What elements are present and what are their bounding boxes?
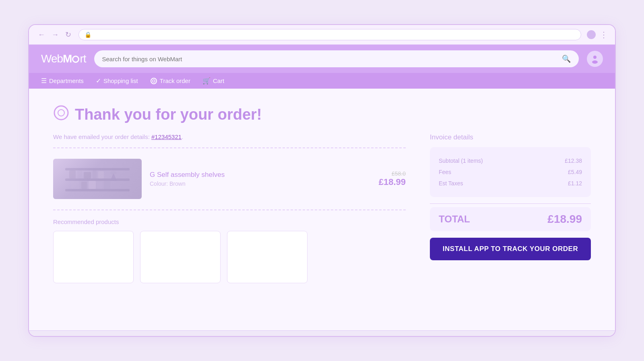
svg-rect-11 bbox=[84, 172, 91, 178]
thank-you-heading: Thank you for your order! bbox=[53, 105, 591, 124]
invoice-subtotal-row: Subtotal (1 items) £12.38 bbox=[439, 155, 582, 166]
search-input[interactable] bbox=[102, 56, 559, 62]
nav-item-shopping-list[interactable]: ✓ Shopping list bbox=[96, 77, 138, 85]
product-image-placeholder bbox=[53, 159, 142, 199]
subtotal-label: Subtotal (1 items) bbox=[439, 158, 483, 164]
svg-rect-6 bbox=[65, 189, 130, 191]
order-item-name: G Self assembly shelves bbox=[150, 171, 371, 179]
logo-o-icon bbox=[72, 56, 79, 63]
logo[interactable]: WebMrt bbox=[41, 52, 86, 65]
browser-window: ← → ↻ 🔒 ⋮ WebMrt 🔍 ☰ bbox=[28, 24, 616, 337]
svg-rect-7 bbox=[65, 178, 130, 181]
logo-web: Web bbox=[41, 52, 63, 65]
order-item-price: £58.0 £18.99 bbox=[379, 170, 406, 187]
svg-point-2 bbox=[151, 78, 157, 84]
main-content: Thank you for your order! We have emaile… bbox=[29, 89, 615, 330]
order-number-link[interactable]: #12345321 bbox=[151, 133, 182, 140]
svg-rect-18 bbox=[104, 181, 110, 189]
invoice-title: Invoice details bbox=[430, 133, 591, 141]
taxes-label: Est Taxes bbox=[439, 180, 463, 187]
divider-top bbox=[53, 147, 406, 148]
svg-rect-15 bbox=[81, 182, 87, 189]
lock-icon: 🔒 bbox=[85, 31, 91, 38]
recommended-item-3[interactable] bbox=[227, 231, 308, 283]
track-order-icon bbox=[150, 77, 157, 85]
invoice-total-row: TOTAL £18.99 bbox=[430, 207, 591, 231]
svg-point-0 bbox=[593, 56, 597, 59]
nav-bar: ☰ Departments ✓ Shopping list Track orde… bbox=[29, 73, 615, 89]
app-header: WebMrt 🔍 bbox=[29, 45, 615, 73]
thank-you-title: Thank you for your order! bbox=[75, 106, 262, 123]
svg-point-19 bbox=[110, 171, 117, 174]
nav-item-departments[interactable]: ☰ Departments bbox=[41, 77, 84, 85]
svg-point-4 bbox=[54, 106, 68, 120]
cart-icon: 🛒 bbox=[202, 77, 211, 85]
browser-profile-dot[interactable] bbox=[587, 30, 596, 39]
svg-point-5 bbox=[58, 110, 64, 116]
divider-bottom bbox=[53, 210, 406, 210]
svg-point-3 bbox=[153, 80, 155, 82]
svg-rect-14 bbox=[71, 181, 79, 189]
invoice-fees-row: Fees £5.49 bbox=[439, 166, 582, 178]
nav-track-order-label: Track order bbox=[160, 77, 190, 84]
recommended-grid bbox=[53, 231, 406, 283]
order-item-colour: Colour: Brown bbox=[150, 180, 371, 187]
svg-rect-10 bbox=[77, 170, 82, 178]
user-avatar[interactable] bbox=[587, 51, 603, 67]
order-item-info: G Self assembly shelves Colour: Brown bbox=[150, 171, 371, 187]
logo-mart-bold: M bbox=[63, 52, 72, 65]
departments-icon: ☰ bbox=[41, 77, 47, 85]
address-bar[interactable]: 🔒 bbox=[78, 29, 581, 40]
price-current: £18.99 bbox=[379, 177, 406, 187]
total-value: £18.99 bbox=[547, 213, 582, 226]
search-bar[interactable]: 🔍 bbox=[94, 50, 579, 67]
right-column: Invoice details Subtotal (1 items) £12.3… bbox=[430, 133, 591, 260]
order-email-text: We have emailed your order details: #123… bbox=[53, 133, 406, 140]
order-item-row: G Self assembly shelves Colour: Brown £5… bbox=[53, 155, 406, 203]
invoice-taxes-row: Est Taxes £1.12 bbox=[439, 178, 582, 189]
price-original: £58.0 bbox=[379, 170, 406, 177]
svg-point-1 bbox=[592, 60, 598, 64]
subtotal-value: £12.38 bbox=[565, 158, 582, 164]
nav-item-cart[interactable]: 🛒 Cart bbox=[202, 77, 224, 85]
browser-actions: ⋮ bbox=[587, 30, 608, 39]
shopping-list-icon: ✓ bbox=[96, 77, 101, 85]
recommended-section: Recommended products bbox=[53, 218, 406, 283]
recommended-item-2[interactable] bbox=[140, 231, 221, 283]
thank-you-section: We have emailed your order details: #123… bbox=[53, 133, 591, 283]
shelf-illustration bbox=[61, 161, 134, 197]
search-icon: 🔍 bbox=[562, 54, 571, 63]
invoice-divider bbox=[430, 203, 591, 204]
install-app-button[interactable]: INSTALL APP TO TRACK YOUR ORDER bbox=[430, 238, 591, 260]
nav-departments-label: Departments bbox=[49, 77, 84, 84]
fees-label: Fees bbox=[439, 169, 451, 175]
order-item-image bbox=[53, 159, 142, 199]
svg-rect-9 bbox=[69, 170, 76, 178]
thank-you-icon bbox=[53, 105, 69, 124]
recommended-title: Recommended products bbox=[53, 218, 406, 225]
left-column: We have emailed your order details: #123… bbox=[53, 133, 406, 283]
nav-item-track-order[interactable]: Track order bbox=[150, 77, 190, 85]
taxes-value: £1.12 bbox=[568, 180, 582, 187]
nav-shopping-list-label: Shopping list bbox=[103, 77, 138, 84]
nav-cart-label: Cart bbox=[213, 77, 224, 84]
browser-nav-buttons: ← → ↻ bbox=[36, 29, 73, 40]
back-button[interactable]: ← bbox=[36, 30, 47, 40]
fees-value: £5.49 bbox=[568, 169, 582, 175]
browser-bar: ← → ↻ 🔒 ⋮ bbox=[29, 25, 615, 45]
footer-bar bbox=[29, 330, 615, 336]
forward-button[interactable]: → bbox=[50, 30, 60, 40]
logo-rt: rt bbox=[80, 52, 86, 65]
svg-rect-12 bbox=[93, 170, 97, 178]
recommended-item-1[interactable] bbox=[53, 231, 134, 283]
svg-rect-8 bbox=[65, 168, 130, 170]
invoice-box: Subtotal (1 items) £12.38 Fees £5.49 Est… bbox=[430, 147, 591, 197]
svg-rect-13 bbox=[98, 171, 104, 178]
refresh-button[interactable]: ↻ bbox=[64, 29, 73, 40]
svg-rect-16 bbox=[89, 181, 96, 189]
svg-rect-17 bbox=[97, 182, 102, 189]
total-label: TOTAL bbox=[439, 214, 470, 225]
browser-menu-icon[interactable]: ⋮ bbox=[600, 30, 608, 39]
